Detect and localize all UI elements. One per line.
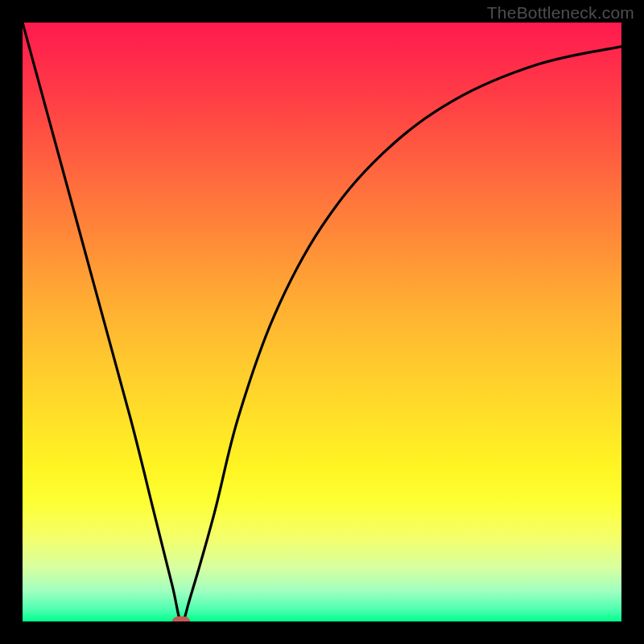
bottleneck-curve — [23, 23, 621, 621]
curve-svg — [23, 23, 621, 621]
chart-frame: TheBottleneck.com — [0, 0, 644, 644]
plot-area — [23, 23, 621, 621]
minimum-marker — [172, 617, 190, 622]
watermark-text: TheBottleneck.com — [487, 3, 634, 23]
